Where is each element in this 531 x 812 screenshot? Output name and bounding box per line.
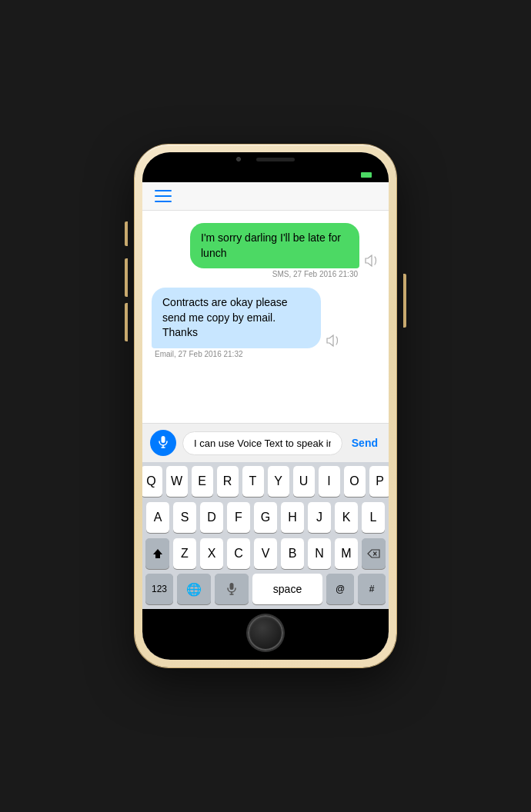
key-d[interactable]: D (200, 502, 223, 533)
keyboard-row-4: 123 🌐 space @ # (142, 571, 389, 609)
key-x[interactable]: X (200, 538, 223, 569)
speaker-icon-sent-1[interactable] (364, 253, 379, 268)
key-123[interactable]: 123 (145, 574, 173, 604)
key-w[interactable]: W (166, 466, 188, 497)
key-c[interactable]: C (227, 538, 250, 569)
menu-button[interactable] (155, 190, 172, 202)
delete-key[interactable] (362, 538, 386, 569)
status-right-icons (359, 171, 376, 179)
messages-area: I'm sorry darling I'll be late for lunch… (142, 211, 389, 423)
signal-dot-3 (169, 173, 173, 178)
bottom-area (142, 609, 389, 660)
top-notch-area: 21:32 (142, 152, 389, 182)
key-globe[interactable]: 🌐 (177, 574, 211, 604)
key-hash[interactable]: # (358, 574, 386, 604)
signal-dot-4 (175, 173, 180, 178)
hamburger-line-2 (155, 195, 172, 197)
key-p[interactable]: P (369, 466, 389, 497)
key-t[interactable]: T (242, 466, 264, 497)
key-r[interactable]: R (217, 466, 239, 497)
svg-rect-6 (230, 583, 234, 590)
app-header (142, 182, 389, 211)
key-l[interactable]: L (362, 502, 385, 533)
key-m[interactable]: M (335, 538, 358, 569)
svg-rect-0 (162, 436, 165, 443)
key-y[interactable]: Y (268, 466, 289, 497)
signal-indicator (155, 173, 187, 178)
signal-dot-5 (182, 173, 187, 178)
key-z[interactable]: Z (173, 538, 196, 569)
key-n[interactable]: N (308, 538, 331, 569)
message-text-input[interactable] (182, 431, 342, 455)
battery-icon (359, 171, 376, 179)
phone-screen: 21:32 (142, 152, 389, 660)
home-button[interactable] (248, 615, 283, 651)
home-button-area (142, 609, 389, 660)
keyboard-row-3: Z X C V B N M (142, 534, 389, 571)
signal-dot-2 (162, 173, 166, 178)
power-button (403, 274, 406, 328)
key-j[interactable]: J (308, 502, 331, 533)
key-b[interactable]: B (281, 538, 304, 569)
input-area: Send (142, 423, 389, 462)
mute-button (125, 221, 128, 246)
message-group-received-1: Contracts are okay please send me copy b… (152, 288, 379, 358)
key-s[interactable]: S (173, 502, 196, 533)
message-bubble-sent-1: I'm sorry darling I'll be late for lunch (190, 223, 359, 268)
message-bubble-received-1: Contracts are okay please send me copy b… (152, 288, 321, 348)
keyboard: Q W E R T Y U I O P A S D F G (142, 462, 389, 609)
hamburger-line-1 (155, 190, 172, 191)
keyboard-row-1: Q W E R T Y U I O P (142, 462, 389, 498)
space-key[interactable]: space (252, 574, 322, 604)
keyboard-row-2: A S D F G H J K L (142, 498, 389, 534)
message-meta-sent-1: SMS, 27 Feb 2016 21:30 (269, 270, 379, 278)
status-time: 21:32 (252, 160, 278, 171)
key-o[interactable]: O (344, 466, 366, 497)
signal-dot-1 (155, 173, 159, 178)
volume-up-button (125, 258, 128, 297)
status-bar: 21:32 (142, 165, 389, 182)
shift-key[interactable] (145, 538, 169, 569)
key-dictation[interactable] (215, 574, 249, 604)
volume-down-button (125, 303, 128, 341)
key-i[interactable]: I (319, 466, 340, 497)
key-f[interactable]: F (227, 502, 250, 533)
key-at[interactable]: @ (326, 574, 354, 604)
mic-icon (159, 436, 168, 451)
message-meta-received-1: Email, 27 Feb 2016 21:32 (152, 350, 243, 358)
message-group-sent-1: I'm sorry darling I'll be late for lunch… (152, 223, 379, 278)
key-u[interactable]: U (293, 466, 315, 497)
key-g[interactable]: G (254, 502, 277, 533)
svg-marker-3 (153, 549, 162, 558)
message-row-sent-1: I'm sorry darling I'll be late for lunch (190, 223, 379, 268)
battery-fill (361, 172, 372, 178)
key-h[interactable]: H (281, 502, 304, 533)
front-camera (236, 157, 241, 161)
send-button[interactable]: Send (349, 434, 381, 452)
key-v[interactable]: V (254, 538, 277, 569)
app-screen: 21:32 (142, 152, 389, 660)
hamburger-line-3 (155, 201, 172, 202)
key-q[interactable]: Q (142, 466, 162, 497)
voice-mic-button[interactable] (150, 430, 176, 456)
message-row-received-1: Contracts are okay please send me copy b… (152, 288, 341, 348)
key-a[interactable]: A (146, 502, 169, 533)
key-e[interactable]: E (192, 466, 213, 497)
speaker-icon-received-1[interactable] (326, 333, 341, 348)
key-k[interactable]: K (335, 502, 358, 533)
phone-device: 21:32 (135, 145, 396, 667)
